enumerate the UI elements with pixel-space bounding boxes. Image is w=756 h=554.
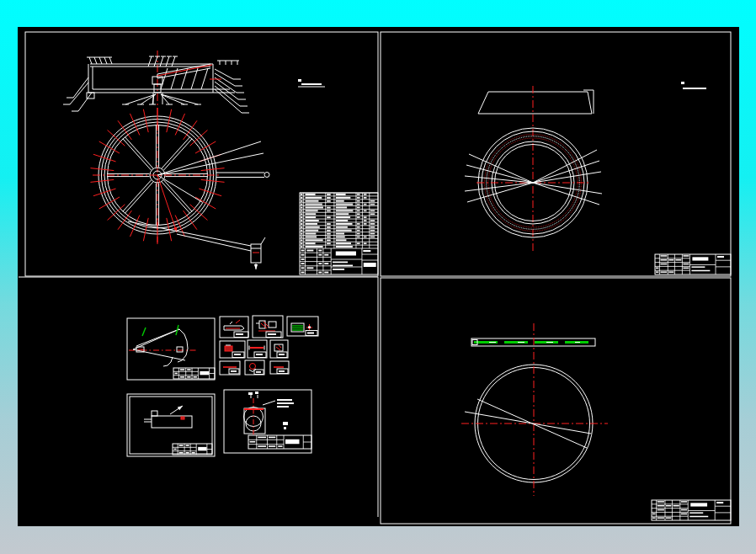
desktop-background — [0, 0, 756, 554]
cad-drawing-canvas — [18, 27, 739, 526]
sheet-frames — [19, 32, 731, 524]
tr-title-block — [655, 254, 731, 274]
br-title-block — [652, 500, 731, 520]
bl-part-boxes — [220, 316, 318, 375]
bl-sector-detail — [127, 318, 215, 380]
tr-ring-plan — [465, 128, 602, 237]
tl-wheel-plan — [90, 108, 269, 269]
tl-section-view — [63, 56, 249, 113]
cad-drawing-sheets — [18, 27, 739, 526]
bl-valve-detail — [224, 390, 311, 453]
tr-annotation-note — [681, 82, 706, 89]
br-disc-plan — [461, 323, 608, 496]
bl-bracket-detail — [127, 394, 215, 456]
tl-annotation-note — [298, 79, 325, 87]
tl-bom-table — [300, 193, 378, 274]
